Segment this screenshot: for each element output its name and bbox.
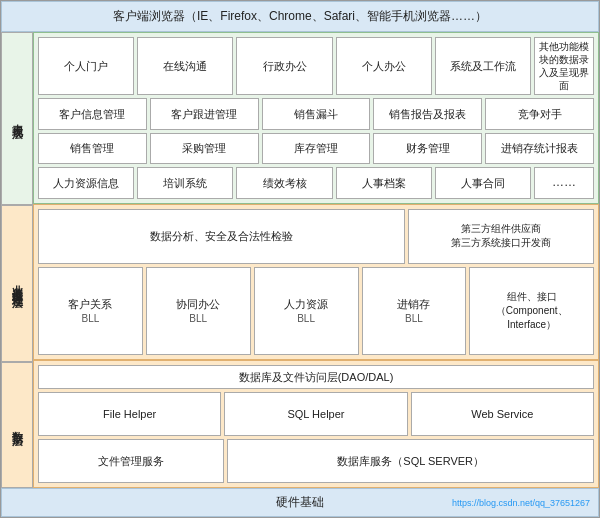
pres-row-3: 销售管理 采购管理 库存管理 财务管理 进销存统计报表 bbox=[38, 133, 594, 165]
presentation-label: 表现层 bbox=[1, 32, 33, 205]
pres-cell-sales-mgmt: 销售管理 bbox=[38, 133, 147, 165]
pres-cell-customer-info: 客户信息管理 bbox=[38, 98, 147, 130]
bll-hr-sub: BLL bbox=[297, 312, 315, 326]
bll-collab: 协同办公 BLL bbox=[146, 267, 251, 356]
bll-hr-title: 人力资源 bbox=[284, 297, 328, 312]
data-middle-row: File Helper SQL Helper Web Service bbox=[38, 392, 594, 436]
layers-container: 表现层 业务逻辑处理层 数据层 个人门户 在线沟通 行政办公 个人办公 系统及工… bbox=[1, 32, 599, 488]
bll-crm: 客户关系 BLL bbox=[38, 267, 143, 356]
pres-cell-performance: 绩效考核 bbox=[236, 167, 332, 199]
pres-cell-sys-workflow: 系统及工作流 bbox=[435, 37, 531, 95]
watermark: https://blog.csdn.net/qq_37651267 bbox=[452, 498, 590, 508]
bll-component: 组件、接口 （Component、Interface） bbox=[469, 267, 594, 356]
data-file-helper: File Helper bbox=[38, 392, 221, 436]
data-bottom-row: 文件管理服务 数据库服务（SQL SERVER） bbox=[38, 439, 594, 483]
pres-cell-purchase-mgmt: 采购管理 bbox=[150, 133, 259, 165]
bll-crm-sub: BLL bbox=[82, 312, 100, 326]
pres-cell-training: 培训系统 bbox=[137, 167, 233, 199]
bll-collab-sub: BLL bbox=[189, 312, 207, 326]
pres-cell-competitor: 竞争对手 bbox=[485, 98, 594, 130]
pres-cell-hr-info: 人力资源信息 bbox=[38, 167, 134, 199]
biz-third-party: 第三方组件供应商 第三方系统接口开发商 bbox=[408, 209, 594, 264]
pres-cell-inventory-stats: 进销存统计报表 bbox=[485, 133, 594, 165]
right-content: 个人门户 在线沟通 行政办公 个人办公 系统及工作流 其他功能模块的数据录入及呈… bbox=[33, 32, 599, 488]
pres-cell-finance-mgmt: 财务管理 bbox=[373, 133, 482, 165]
pres-cell-admin-office: 行政办公 bbox=[236, 37, 332, 95]
pres-cell-personnel-contract: 人事合同 bbox=[435, 167, 531, 199]
pres-cell-personal-portal: 个人门户 bbox=[38, 37, 134, 95]
pres-row-1: 个人门户 在线沟通 行政办公 个人办公 系统及工作流 其他功能模块的数据录入及呈… bbox=[38, 37, 594, 95]
bll-collab-title: 协同办公 bbox=[176, 297, 220, 312]
browser-bar-text: 客户端浏览器（IE、Firefox、Chrome、Safari、智能手机浏览器…… bbox=[113, 9, 487, 23]
browser-bar: 客户端浏览器（IE、Firefox、Chrome、Safari、智能手机浏览器…… bbox=[1, 1, 599, 32]
presentation-layer: 个人门户 在线沟通 行政办公 个人办公 系统及工作流 其他功能模块的数据录入及呈… bbox=[33, 32, 599, 204]
data-web-service: Web Service bbox=[411, 392, 594, 436]
pres-cell-inventory-mgmt: 库存管理 bbox=[262, 133, 371, 165]
bll-crm-title: 客户关系 bbox=[68, 297, 112, 312]
pres-cell-sales-funnel: 销售漏斗 bbox=[262, 98, 371, 130]
pres-row-2: 客户信息管理 客户跟进管理 销售漏斗 销售报告及报表 竞争对手 bbox=[38, 98, 594, 130]
pres-cell-personal-office: 个人办公 bbox=[336, 37, 432, 95]
data-dao-row: 数据库及文件访问层(DAO/DAL) bbox=[38, 365, 594, 389]
pres-row-4: 人力资源信息 培训系统 绩效考核 人事档案 人事合同 …… bbox=[38, 167, 594, 199]
biz-top-row: 数据分析、安全及合法性检验 第三方组件供应商 第三方系统接口开发商 bbox=[38, 209, 594, 264]
data-db-service: 数据库服务（SQL SERVER） bbox=[227, 439, 594, 483]
pres-cell-sales-report: 销售报告及报表 bbox=[373, 98, 482, 130]
data-layer: 数据库及文件访问层(DAO/DAL) File Helper SQL Helpe… bbox=[33, 360, 599, 488]
main-container: 客户端浏览器（IE、Firefox、Chrome、Safari、智能手机浏览器…… bbox=[0, 0, 600, 518]
bll-inventory-sub: BLL bbox=[405, 312, 423, 326]
biz-bottom-row: 客户关系 BLL 协同办公 BLL 人力资源 BLL 进销存 BLL bbox=[38, 267, 594, 356]
hardware-bar: 硬件基础 https://blog.csdn.net/qq_37651267 bbox=[1, 488, 599, 517]
business-label: 业务逻辑处理层 bbox=[1, 205, 33, 362]
hardware-bar-text: 硬件基础 bbox=[276, 495, 324, 509]
data-sql-helper: SQL Helper bbox=[224, 392, 407, 436]
business-layer: 数据分析、安全及合法性检验 第三方组件供应商 第三方系统接口开发商 客户关系 B… bbox=[33, 204, 599, 361]
pres-cell-customer-follow: 客户跟进管理 bbox=[150, 98, 259, 130]
biz-data-analysis: 数据分析、安全及合法性检验 bbox=[38, 209, 405, 264]
pres-cell-other: 其他功能模块的数据录入及呈现界面 bbox=[534, 37, 594, 95]
data-file-service: 文件管理服务 bbox=[38, 439, 224, 483]
bll-inventory: 进销存 BLL bbox=[362, 267, 467, 356]
bll-hr: 人力资源 BLL bbox=[254, 267, 359, 356]
pres-cell-ellipsis: …… bbox=[534, 167, 594, 199]
left-labels: 表现层 业务逻辑处理层 数据层 bbox=[1, 32, 33, 488]
data-label: 数据层 bbox=[1, 362, 33, 488]
bll-inventory-title: 进销存 bbox=[397, 297, 430, 312]
pres-cell-personnel-file: 人事档案 bbox=[336, 167, 432, 199]
pres-cell-online-comm: 在线沟通 bbox=[137, 37, 233, 95]
